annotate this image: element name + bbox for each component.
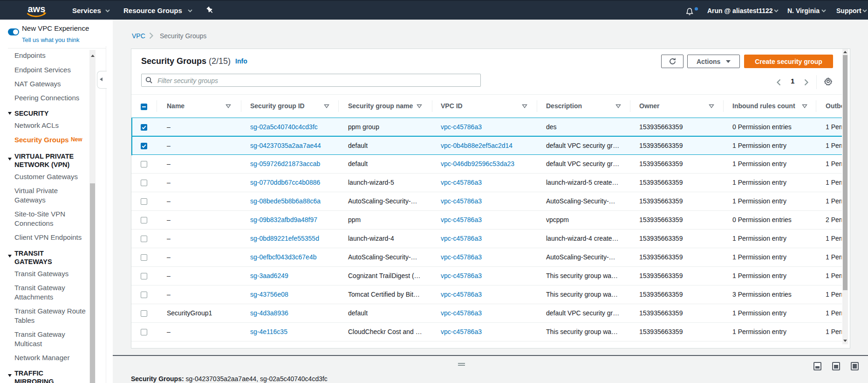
svg-text:aws: aws — [28, 4, 46, 14]
